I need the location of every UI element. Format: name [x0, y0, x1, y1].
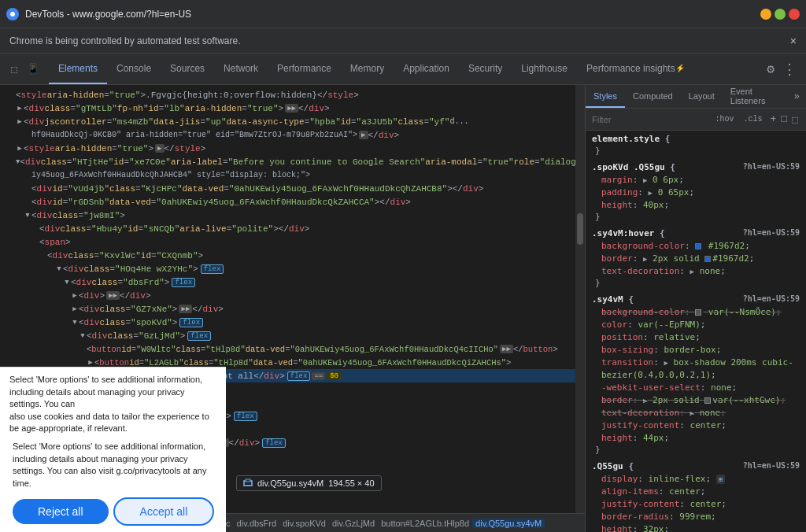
inspect-icon[interactable]: ⬚ — [6, 61, 22, 77]
window-controls — [760, 9, 800, 20]
breadcrumb-item-active[interactable]: div.Q55gu.sy4vM — [472, 519, 545, 528]
filter-bar: :hov .cls + □ ⬚ — [586, 109, 806, 131]
tab-security[interactable]: Security — [459, 54, 512, 84]
element-style-block: element.style { } — [592, 134, 800, 156]
cookie-buttons: Reject all Accept all — [0, 496, 226, 532]
dimensions-tooltip: div.Q55gu.sy4vM 194.55 × 40 — [236, 475, 382, 491]
tab-memory[interactable]: Memory — [341, 54, 394, 84]
style-rule: background-color: #1967d2; — [592, 240, 800, 253]
maximize-button[interactable] — [775, 9, 786, 20]
tab-lighthouse[interactable]: Lighthouse — [512, 54, 577, 84]
tab-styles[interactable]: Styles — [586, 85, 625, 108]
cookie-text-more: Select 'More options' to see additional … — [0, 438, 226, 496]
style-block-spokvd-q55gu: .spoKVd .Q55gu { ?hl=en-US:59 margin: ▶ … — [592, 162, 800, 222]
html-line: <style aria-hidden="true">.Fgvgjc{height… — [0, 88, 575, 102]
html-line: hf0HaudDkcQj-0KCB0" aria-hidden="true" e… — [0, 128, 575, 142]
settings-icon[interactable]: ⚙ — [763, 58, 778, 80]
favicon — [6, 8, 19, 20]
html-line: <div class="KxvlWc" id="CXQnmb"> — [0, 249, 575, 262]
styles-filter-input[interactable] — [592, 115, 709, 124]
style-rule: justify-content: center; — [592, 498, 800, 511]
style-rule: display: inline-flex; ⊞ — [592, 473, 800, 486]
styles-settings-icon[interactable]: □ — [779, 112, 789, 127]
html-line: ▶ <div jscontroller="ms4mZb" data-jiis="… — [0, 115, 575, 128]
window-title: DevTools - www.google.com/?hl=en-US — [25, 9, 754, 20]
breadcrumb-item[interactable]: div.GzLjMd — [329, 519, 378, 528]
dimensions-size: 194.55 × 40 — [328, 478, 374, 488]
style-rule: background-color: var(--NsmÖce); — [592, 306, 800, 319]
style-selector: .sy4vM:hover { ?hl=en-US:59 — [592, 228, 800, 238]
html-line: ▶ <div class="GZ7xNe"> ▶▶ </div> — [0, 302, 575, 316]
panel-tabs: Styles Computed Layout Event Listeners » — [586, 85, 806, 109]
tab-application[interactable]: Application — [394, 54, 459, 84]
styles-more-icon[interactable]: ⬚ — [790, 112, 800, 127]
html-line: ▼ <div class="dbsFrd"> flex — [0, 275, 575, 289]
style-rule: border: ▶ 2px solid #1967d2; — [592, 253, 800, 265]
html-line: ▼ <div class="HOq4He wX2YHc"> flex — [0, 262, 575, 275]
style-block-sy4vm-hover: .sy4vM:hover { ?hl=en-US:59 background-c… — [592, 228, 800, 288]
element-icon — [243, 478, 253, 488]
add-style-icon[interactable]: + — [769, 112, 778, 127]
devtools-tab-bar: Elements Console Sources Network Perform… — [49, 54, 762, 84]
close-button[interactable] — [789, 9, 800, 20]
cookie-text-line2: also use cookies and data to tailor the … — [9, 412, 209, 433]
breadcrumb-item[interactable]: button#L2AGLb.tHlp8d — [378, 519, 472, 528]
style-rule: transition: ▶ box-shadow 200ms cubic-bez… — [592, 357, 800, 382]
info-close-button[interactable]: × — [790, 35, 797, 47]
tab-performance-insights[interactable]: Performance insights ⚡ — [577, 54, 694, 84]
scrollbar-thumb[interactable] — [577, 213, 583, 245]
devtools-header: ⬚ 📱 Elements Console Sources Network Per… — [0, 54, 806, 85]
panel-tabs-more[interactable]: » — [788, 85, 806, 108]
tab-network[interactable]: Network — [214, 54, 268, 84]
html-line: iy45uog_6FAxWchf0HHaudDkcQhJAHCB4" style… — [0, 168, 575, 182]
tab-performance[interactable]: Performance — [268, 54, 341, 84]
breadcrumb-item[interactable]: div.spoKVd — [279, 519, 329, 528]
tab-sources[interactable]: Sources — [161, 54, 214, 84]
style-rule: height: 40px; — [592, 199, 800, 212]
style-rule: height: 32px; — [592, 523, 800, 532]
more-options-icon[interactable]: ⋮ — [779, 57, 800, 81]
html-line: ▶ <style aria-hidden="true"> ▶ </style> — [0, 142, 575, 155]
style-rule: align-items: center; — [592, 486, 800, 498]
html-line: ▶ <div class="gTMtLb" fp-nh" id="lb" ari… — [0, 102, 575, 115]
html-line: <span> — [0, 235, 575, 249]
breadcrumb-item[interactable]: div.dbsFrd — [234, 519, 280, 528]
html-line: ▼ <div class="GzLjMd"> flex — [0, 329, 575, 342]
style-rule: position: relative; — [592, 331, 800, 344]
svg-rect-3 — [246, 479, 250, 482]
style-rule: border-radius: 999rem; — [592, 511, 800, 523]
tab-elements[interactable]: Elements — [49, 54, 107, 84]
tab-console[interactable]: Console — [107, 54, 161, 84]
html-line: ▶ <div> ▶▶ </div> — [0, 289, 575, 302]
style-selector: .spoKVd .Q55gu { ?hl=en-US:59 — [592, 162, 800, 172]
cookie-text-more-text: Select 'More options' to see additional … — [13, 441, 206, 487]
cls-filter-button[interactable]: .cls — [741, 113, 766, 125]
style-rule: border: ▶ 2px solid var(--xhtGwc); — [592, 394, 800, 407]
style-rule: height: 44px; — [592, 432, 800, 445]
style-rule: text-decoration: ▶ none; — [592, 265, 800, 278]
accept-all-button[interactable]: Accept all — [115, 499, 213, 524]
style-rule: padding: ▶ 0 65px; — [592, 187, 800, 199]
element-style-selector: element.style { — [592, 134, 800, 144]
style-rule: box-sizing: border-box; — [592, 344, 800, 357]
html-line: ▼ <div class="jw8mI"> — [0, 209, 575, 222]
reject-all-button[interactable]: Reject all — [13, 499, 109, 524]
tab-event-listeners[interactable]: Event Listeners — [723, 85, 788, 108]
tab-computed[interactable]: Computed — [625, 85, 681, 108]
html-line: <button id="W0Wltc" class="tHlp8d" data-… — [0, 342, 575, 356]
html-line: ▼ <div class="spoKVd"> flex — [0, 316, 575, 329]
device-icon[interactable]: 📱 — [25, 61, 41, 77]
devtools-icons: ⬚ 📱 — [6, 61, 41, 77]
info-message: Chrome is being controlled by automated … — [9, 35, 240, 46]
style-selector: .sy4vM { ?hl=en-US:59 — [592, 294, 800, 305]
html-scrollbar[interactable] — [575, 85, 585, 513]
style-block-q55gu: .Q55gu { ?hl=en-US:59 display: inline-fl… — [592, 461, 800, 532]
minimize-button[interactable] — [760, 9, 771, 20]
style-rule: color: var(--EpFNM); — [592, 319, 800, 331]
filter-icons: + □ ⬚ — [769, 112, 800, 127]
cookie-text-line1: Select 'More options' to see additional … — [9, 375, 202, 408]
hov-filter-button[interactable]: :hov — [712, 113, 738, 125]
tab-layout[interactable]: Layout — [681, 85, 723, 108]
style-rule: margin: ▶ 0 6px; — [592, 174, 800, 187]
html-line: ▼ <div class="HTjtHe" id="xe7C0e" aria-l… — [0, 155, 575, 168]
